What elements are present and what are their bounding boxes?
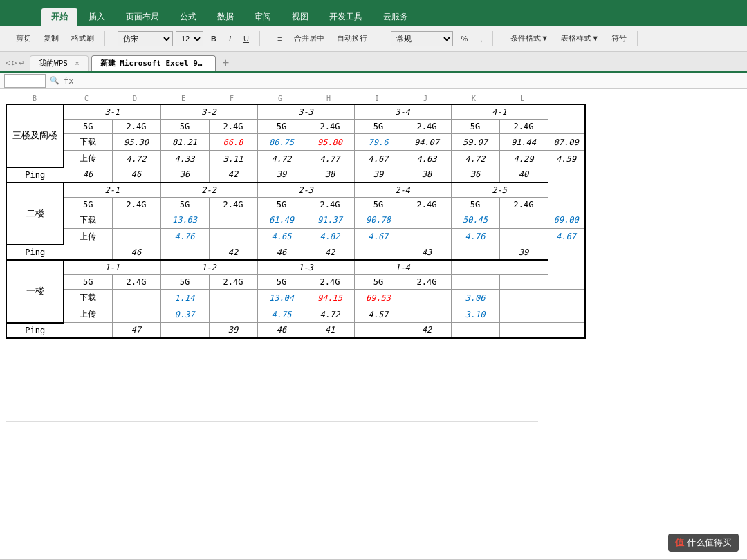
2f-g5-24g-ul: 4.67 — [548, 228, 585, 245]
bold-button[interactable]: B — [206, 32, 221, 45]
1f-g2-5g-ping — [160, 323, 209, 338]
1f-g1-5g-dl — [112, 290, 160, 306]
1f-g2-24g-dl: 13.04 — [257, 290, 306, 306]
3f-g3-24g-dl: 79.6 — [354, 134, 403, 151]
tab-data[interactable]: 数据 — [208, 8, 243, 26]
spreadsheet-area[interactable]: B C D E F G H I J K L — [0, 89, 747, 559]
2f-g5-24g-label: 2.4G — [499, 197, 548, 212]
cut-button[interactable]: 剪切 — [11, 31, 36, 46]
conditional-format-button[interactable]: 条件格式▼ — [506, 31, 553, 46]
3f-g2-24g-ul: 4.72 — [257, 151, 306, 167]
1f-group3-header: 1-3 — [257, 260, 354, 275]
2f-g3-24g-label: 2.4G — [306, 197, 354, 212]
1f-g1-5g-label: 5G — [64, 275, 112, 290]
1f-empty-ul-2 — [548, 306, 585, 323]
2f-g2-5g-ping — [160, 245, 209, 260]
align-left-button[interactable]: ≡ — [273, 32, 286, 45]
tab-formula[interactable]: 公式 — [170, 8, 206, 26]
wps-tab[interactable]: 我的WPS × — [30, 55, 89, 71]
watermark: 值 什么值得买 — [668, 534, 739, 552]
tab-cloud[interactable]: 云服务 — [374, 8, 418, 26]
3f-g3-5g-dl: 95.80 — [306, 134, 354, 151]
3f-g1-24g-ul: 4.33 — [160, 151, 209, 167]
1f-group1-header: 1-1 — [64, 260, 160, 275]
2f-group5-header: 2-5 — [451, 183, 548, 198]
tab-view[interactable]: 视图 — [282, 8, 318, 26]
3f-group4-header: 3-4 — [354, 104, 451, 120]
style-section: 条件格式▼ 表格样式▼ 符号 — [500, 31, 638, 46]
merge-center-button[interactable]: 合并居中 — [289, 31, 329, 46]
cell-reference-input[interactable] — [4, 74, 46, 88]
1f-g4-5g-label: 5G — [354, 275, 403, 290]
col-i-header: I — [353, 95, 401, 102]
2f-g2-5g-dl — [209, 212, 257, 228]
2f-download-row: 下载 13.63 61.49 91.37 90.78 50.45 69.00 — [6, 212, 585, 228]
1f-header-row: 一楼 1-1 1-2 1-3 1-4 — [6, 260, 585, 275]
2f-g4-5g-ul — [403, 228, 451, 245]
tab-insert[interactable]: 插入 — [79, 8, 115, 26]
ping-label-3f: Ping — [6, 167, 64, 183]
1f-g2-5g-label: 5G — [160, 275, 209, 290]
1f-g2-24g-ping: 39 — [209, 323, 257, 338]
tab-page-layout[interactable]: 页面布局 — [116, 8, 169, 26]
ping-label-2f: Ping — [6, 245, 64, 260]
copy-button[interactable]: 复制 — [39, 31, 64, 46]
3f-g2-5g-dl: 66.8 — [209, 134, 257, 151]
format-painter-button[interactable]: 格式刷 — [66, 31, 99, 46]
fx-label: fx — [64, 76, 73, 86]
3f-g5-5g-ping: 36 — [451, 167, 499, 183]
3f-g3-24g-label: 2.4G — [306, 120, 354, 134]
new-tab-button[interactable]: + — [219, 56, 234, 69]
wps-tab-label: 我的WPS — [39, 59, 68, 68]
3f-g5-24g-ping: 40 — [499, 167, 548, 183]
3f-g1-24g-dl: 81.21 — [160, 134, 209, 151]
number-format-select[interactable]: 常规 — [391, 31, 453, 46]
tab-developer[interactable]: 开发工具 — [320, 8, 372, 26]
1f-empty-dl-1 — [499, 290, 548, 306]
col-k-header: K — [450, 95, 498, 102]
col-c-header: C — [62, 95, 111, 102]
tab-home[interactable]: 开始 — [42, 8, 77, 26]
underline-button[interactable]: U — [239, 32, 254, 45]
3f-g4-5g-dl: 94.07 — [403, 134, 451, 151]
1f-g2-24g-ul: 4.75 — [257, 306, 306, 323]
excel-tab[interactable]: 新建 Microsoft Excel 97-2003 工作表.xls * × — [91, 55, 216, 71]
wrap-text-button[interactable]: 自动换行 — [332, 31, 372, 46]
3f-g4-5g-label: 5G — [354, 120, 403, 134]
2f-g4-24g-ul: 4.76 — [451, 228, 499, 245]
1f-g3-5g-ping: 46 — [257, 323, 306, 338]
cell-style-button[interactable]: 符号 — [607, 31, 631, 46]
table-style-button[interactable]: 表格样式▼ — [556, 31, 604, 46]
formula-input[interactable] — [77, 74, 743, 88]
data-table-area: B C D E F G H I J K L — [0, 89, 747, 427]
1f-g4-5g-dl — [403, 290, 451, 306]
wps-tab-close[interactable]: × — [75, 59, 80, 67]
3f-g4-24g-dl: 59.07 — [451, 134, 499, 151]
italic-button[interactable]: I — [224, 32, 236, 45]
font-name-select[interactable]: 仿宋 — [118, 31, 173, 46]
2f-g3-5g-ul: 4.82 — [306, 228, 354, 245]
2f-g2-24g-label: 2.4G — [209, 197, 257, 212]
1f-empty-5g — [451, 275, 499, 290]
tab-review[interactable]: 审阅 — [245, 8, 281, 26]
3f-group3-header: 3-3 — [257, 104, 354, 120]
3f-g4-5g-ul: 4.63 — [403, 151, 451, 167]
3f-upload-row: 上传 4.72 4.33 3.11 4.72 4.77 4.67 4.63 4.… — [6, 151, 585, 167]
1f-ping-row: Ping 47 39 46 41 42 — [6, 323, 585, 338]
3f-g2-24g-dl: 86.75 — [257, 134, 306, 151]
1f-g1-24g-ping: 47 — [112, 323, 160, 338]
3f-g2-24g-ping: 42 — [209, 167, 257, 183]
1f-empty-ping-1 — [451, 323, 499, 338]
comma-button[interactable]: , — [475, 32, 487, 45]
2f-g1-5g-ping — [64, 245, 112, 260]
3f-group2-header: 3-2 — [160, 104, 257, 120]
1f-group2-header: 1-2 — [160, 260, 257, 275]
percent-button[interactable]: % — [456, 32, 472, 45]
1f-g1-24g-dl: 1.14 — [160, 290, 209, 306]
3f-g3-24g-ping: 38 — [306, 167, 354, 183]
2f-g3-24g-dl: 90.78 — [354, 212, 403, 228]
2f-group1-header: 2-1 — [64, 183, 160, 198]
font-size-select[interactable]: 12 — [176, 31, 203, 46]
3f-g3-5g-label: 5G — [257, 120, 306, 134]
3f-ping-row: Ping 46 46 36 42 39 38 39 38 36 40 — [6, 167, 585, 183]
